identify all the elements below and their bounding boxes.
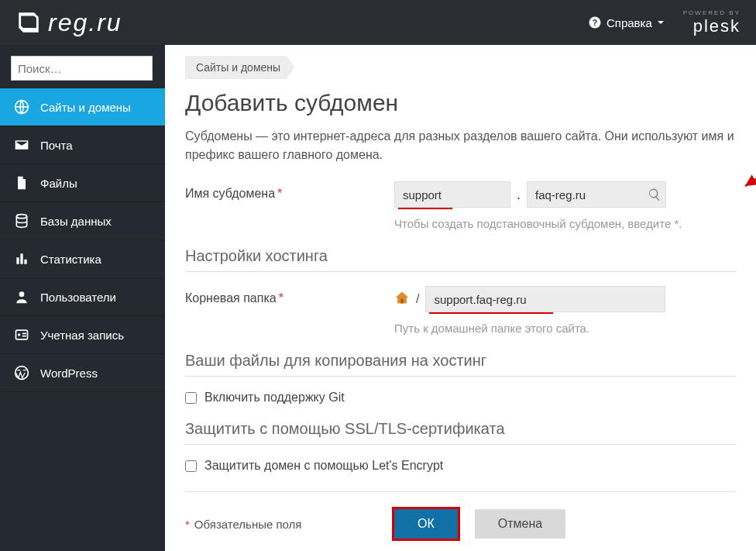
help-label: Справка (607, 16, 652, 29)
sidebar-item-files[interactable]: Файлы (0, 164, 165, 202)
root-folder-input[interactable] (425, 286, 665, 312)
powered-by: POWERED BY plesk (683, 9, 741, 36)
svg-rect-9 (400, 299, 403, 304)
sidebar-item-label: Пользователи (40, 291, 116, 304)
sidebar: Сайты и домены Почта Файлы Базы данных С… (0, 45, 165, 551)
sidebar-item-label: Статистика (40, 253, 101, 266)
git-support-row[interactable]: Включить поддержку Git (185, 391, 736, 405)
home-icon (394, 290, 410, 308)
search-input[interactable] (18, 62, 165, 75)
root-folder-hint: Путь к домашней папке этого сайта. (394, 320, 736, 336)
wordpress-icon (14, 365, 29, 381)
section-files-copy: Ваши файлы для копирования на хостинг (185, 352, 736, 377)
sidebar-item-label: WordPress (40, 367, 98, 380)
help-icon: ? (588, 15, 602, 29)
sidebar-item-label: Базы данных (40, 215, 112, 228)
svg-point-4 (19, 291, 25, 297)
sidebar-item-sites-domains[interactable]: Сайты и домены (0, 88, 165, 126)
highlight-underline (398, 208, 452, 209)
sidebar-item-label: Почта (40, 139, 73, 152)
letsencrypt-checkbox-label: Защитить домен с помощью Let's Encrypt (204, 459, 443, 473)
letsencrypt-row[interactable]: Защитить домен с помощью Let's Encrypt (185, 459, 736, 473)
svg-point-6 (18, 333, 20, 336)
ok-button[interactable]: ОК (394, 509, 458, 539)
sidebar-item-databases[interactable]: Базы данных (0, 202, 165, 240)
sidebar-item-account[interactable]: Учетная запись (0, 316, 165, 354)
sidebar-item-wordpress[interactable]: WordPress (0, 354, 165, 392)
logo: reg.ru (15, 9, 122, 37)
sidebar-item-users[interactable]: Пользователи (0, 278, 165, 316)
svg-line-8 (745, 163, 756, 186)
highlight-underline (429, 312, 553, 314)
annotation-arrow (739, 161, 756, 192)
section-hosting-settings: Настройки хостинга (185, 247, 736, 272)
domain-lookup-button[interactable] (648, 188, 662, 201)
cancel-button[interactable]: Отмена (475, 509, 565, 539)
domain-input[interactable] (527, 181, 666, 208)
svg-rect-5 (16, 330, 28, 339)
letsencrypt-checkbox[interactable] (185, 460, 197, 472)
git-checkbox-label: Включить поддержку Git (204, 391, 345, 405)
search-icon (648, 188, 662, 201)
slash-separator: / (416, 292, 419, 306)
help-link[interactable]: ? Справка (588, 15, 665, 29)
subdomain-hint: Чтобы создать подстановочный субдомен, в… (394, 215, 736, 232)
sidebar-item-label: Учетная запись (40, 329, 124, 342)
subdomain-input[interactable] (394, 181, 510, 208)
database-icon (14, 213, 29, 229)
svg-text:?: ? (593, 18, 597, 27)
root-folder-label: Корневая папка* (185, 286, 394, 305)
sidebar-item-label: Файлы (40, 177, 77, 190)
chevron-down-icon (657, 19, 665, 26)
sidebar-item-mail[interactable]: Почта (0, 126, 165, 164)
powered-small: POWERED BY (683, 9, 741, 16)
sidebar-item-label: Сайты и домены (40, 101, 131, 114)
page-title: Добавить субдомен (185, 90, 736, 116)
mandatory-fields-note: *Обязательные поля (185, 518, 394, 531)
user-icon (14, 289, 29, 305)
sidebar-item-stats[interactable]: Статистика (0, 240, 165, 278)
stats-icon (14, 251, 29, 267)
breadcrumb[interactable]: Сайты и домены (185, 56, 294, 79)
globe-icon (14, 99, 29, 115)
svg-point-3 (16, 215, 26, 219)
dot-separator: . (517, 187, 521, 203)
section-ssl: Защитить с помощью SSL/TLS-сертификата (185, 420, 736, 445)
search-box[interactable] (11, 56, 153, 81)
powered-brand: plesk (683, 16, 741, 36)
files-icon (14, 175, 29, 191)
subdomain-label: Имя субдомена* (185, 181, 394, 201)
logo-text: reg.ru (48, 9, 122, 37)
mail-icon (14, 137, 29, 153)
main-content: Сайты и домены Добавить субдомен Субдоме… (165, 45, 756, 551)
git-checkbox[interactable] (185, 392, 197, 404)
account-icon (14, 327, 29, 343)
page-description: Субдомены — это интернет-адреса для разн… (185, 127, 736, 164)
